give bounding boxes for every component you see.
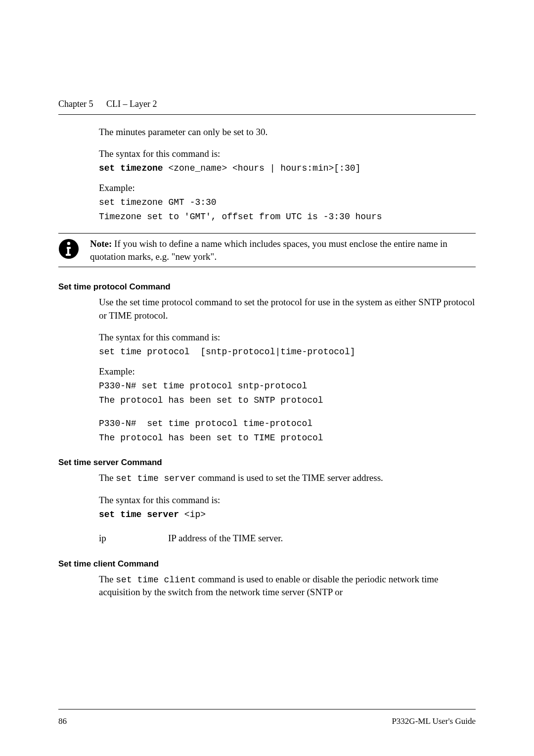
server-syntax-cmd-rest: <ip> — [179, 510, 206, 520]
client-desc-pre: The — [99, 574, 116, 584]
server-block: The set time server command is used to s… — [99, 472, 476, 545]
param-row: ip IP address of the TIME server. — [99, 532, 476, 545]
syntax-label: The syntax for this command is: — [99, 147, 476, 160]
syntax-cmd-bold: set timezone — [99, 163, 163, 173]
intro-block: The minutes parameter can only be set to… — [99, 126, 476, 223]
note-text: Note: If you wish to define a name which… — [90, 237, 476, 263]
server-desc-code: set time server — [116, 473, 196, 483]
note-body: If you wish to define a name which inclu… — [90, 238, 447, 262]
note-block: Note: If you wish to define a name which… — [58, 233, 476, 267]
chapter-title: CLI – Layer 2 — [106, 99, 157, 109]
syntax-command: set timezone <zone_name> <hours | hours:… — [99, 162, 476, 175]
server-desc: The set time server command is used to s… — [99, 472, 476, 485]
server-syntax-cmd: set time server <ip> — [99, 509, 476, 521]
heading-set-time-client: Set time client Command — [58, 559, 476, 569]
note-inner: Note: If you wish to define a name which… — [58, 234, 476, 267]
protocol-ex2-line2: The protocol has been set to TIME protoc… — [99, 432, 476, 444]
page: Chapter 5 CLI – Layer 2 The minutes para… — [0, 0, 534, 756]
info-icon — [58, 238, 79, 259]
note-rule-bottom — [58, 267, 476, 267]
svg-point-1 — [67, 242, 70, 245]
example-label: Example: — [99, 182, 476, 194]
server-desc-post: command is used to set the TIME server a… — [196, 472, 383, 483]
server-syntax-cmd-bold: set time server — [99, 510, 179, 520]
protocol-syntax-cmd: set time protocol [sntp-protocol|time-pr… — [99, 346, 476, 358]
body: The minutes parameter can only be set to… — [58, 115, 476, 709]
running-header: Chapter 5 CLI – Layer 2 — [58, 99, 476, 109]
example-line-1: set timezone GMT -3:30 — [99, 196, 476, 209]
heading-set-time-server: Set time server Command — [58, 458, 476, 468]
param-desc: IP address of the TIME server. — [168, 532, 283, 545]
footer: 86 P332G-ML User's Guide — [58, 709, 476, 726]
server-desc-pre: The — [99, 472, 116, 483]
chapter-number: Chapter 5 — [58, 99, 93, 109]
syntax-cmd-rest: <zone_name> <hours | hours:min>[:30] — [163, 163, 361, 173]
note-label: Note: — [90, 238, 112, 249]
protocol-ex2-line1: P330-N# set time protocol time-protocol — [99, 418, 476, 430]
protocol-desc: Use the set time protocol command to set… — [99, 296, 476, 322]
protocol-ex1-line2: The protocol has been set to SNTP protoc… — [99, 394, 476, 407]
client-block: The set time client command is used to e… — [99, 573, 476, 599]
client-desc-code: set time client — [116, 575, 196, 585]
heading-set-time-protocol: Set time protocol Command — [58, 282, 476, 292]
param-term: ip — [99, 532, 168, 545]
page-number: 86 — [58, 716, 67, 726]
protocol-syntax-label: The syntax for this command is: — [99, 331, 476, 344]
protocol-ex1-line1: P330-N# set time protocol sntp-protocol — [99, 380, 476, 392]
server-syntax-label: The syntax for this command is: — [99, 494, 476, 507]
protocol-block: Use the set time protocol command to set… — [99, 296, 476, 444]
example-line-2: Timezone set to 'GMT', offset from UTC i… — [99, 211, 476, 223]
minutes-note: The minutes parameter can only be set to… — [99, 126, 476, 139]
protocol-example-label: Example: — [99, 365, 476, 378]
doc-title: P332G-ML User's Guide — [392, 716, 476, 726]
client-desc: The set time client command is used to e… — [99, 573, 476, 599]
